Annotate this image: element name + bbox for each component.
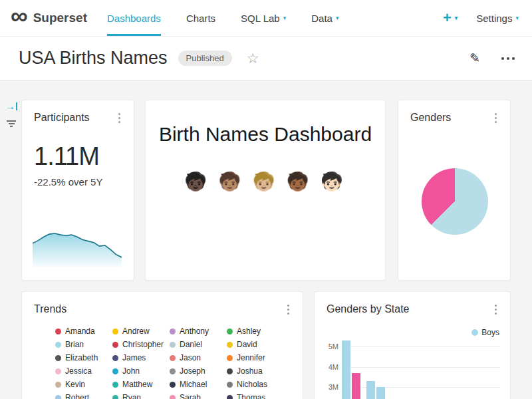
legend-item[interactable]: David [227,340,284,348]
brand-name: Superset [33,11,87,25]
bar[interactable] [342,340,350,399]
legend-item[interactable]: John [112,367,170,375]
edit-pencil-icon[interactable]: ✎ [469,51,480,66]
legend-dot [227,382,233,388]
legend-dot [227,368,233,374]
legend-item[interactable]: Anthony [170,327,227,335]
legend-item[interactable]: Joshua [227,367,284,375]
legend-label: Joshua [237,366,263,376]
legend-dot [55,395,61,399]
legend-item[interactable]: Christopher [112,340,170,348]
kebab-menu-icon[interactable] [495,117,497,119]
legend-item[interactable]: Daniel [170,340,227,348]
legend-dot [112,395,118,399]
legend-label: Michael [180,380,207,389]
nav-sql-lab-label: SQL Lab [241,13,280,24]
legend-dot [227,395,233,399]
legend-item[interactable]: Kevin [55,380,112,388]
filter-icon[interactable] [6,120,17,128]
new-button[interactable]: + ▾ [443,9,458,27]
legend-label: Anthony [180,327,209,336]
kebab-menu-icon[interactable] [118,117,120,119]
infinity-logo-icon: ∞ [11,4,28,28]
legend-label: Jennifer [237,353,265,362]
gbs-chart: 5M4M3M [315,292,510,399]
legend-item[interactable]: Andrew [112,327,170,335]
published-badge[interactable]: Published [178,51,232,66]
legend-label: John [122,366,140,376]
legend-dot [112,342,118,348]
legend-label: Kevin [65,380,85,389]
legend-item[interactable]: Elizabeth [55,354,112,362]
legend-label: David [237,340,257,349]
header-actions: ✎ [469,51,516,66]
legend-label: Andrew [122,327,150,336]
legend-label: Brian [65,340,84,349]
legend-dot [227,329,233,334]
y-tick-label: 4M [315,363,338,371]
legend-item[interactable]: Jessica [55,367,112,375]
legend-label: Robert [65,393,89,399]
chevron-down-icon: ▾ [283,15,287,21]
legend-item[interactable]: Jason [170,354,227,362]
bar[interactable] [352,373,360,399]
card-title: Participants [34,112,90,124]
legend-item[interactable]: Jennifer [227,354,284,362]
y-tick-label: 5M [315,342,338,350]
favorite-star-icon[interactable]: ☆ [247,51,259,66]
legend-item[interactable]: James [112,354,170,362]
legend-dot [170,329,176,334]
legend-item[interactable]: Michael [170,380,227,388]
legend-item[interactable]: Matthew [112,380,170,388]
legend-label: Jason [180,353,201,362]
legend-dot [112,368,118,374]
genders-pie[interactable] [422,168,488,235]
main-nav: Dashboards Charts SQL Lab ▾ Data ▾ [107,0,338,36]
legend-item[interactable]: Brian [55,340,112,348]
legend-label: James [122,353,146,362]
card-title: Trends [34,303,66,315]
big-number-value: 1.11M [34,142,134,171]
nav-dashboards[interactable]: Dashboards [107,0,161,36]
legend-dot [55,329,61,334]
chevron-down-icon: ▾ [336,15,339,21]
plus-icon: + [443,9,452,27]
legend-label: Joseph [180,366,205,376]
more-actions-icon[interactable] [507,57,509,60]
legend-item[interactable]: Ryan [112,394,170,399]
expand-filter-bar-icon[interactable]: → [5,100,17,112]
legend-label: Nicholas [237,380,267,389]
dashboard-canvas: → Participants 1.11M -22.5% over 5Y Birt… [0,80,532,399]
nav-charts[interactable]: Charts [186,0,215,36]
legend-item[interactable]: Joseph [170,367,227,375]
superset-logo[interactable]: ∞ Superset [11,0,87,36]
legend-dot [55,368,61,374]
bar[interactable] [366,381,375,399]
settings-label: Settings [476,13,512,24]
legend-item[interactable]: Amanda [55,327,112,335]
legend-label: Amanda [65,327,95,336]
legend-item[interactable]: Thomas [227,394,284,399]
card-trends: Trends AmandaAndrewAnthonyAshleyBrianChr… [21,291,303,399]
legend-label: Ashley [237,327,261,336]
settings-menu[interactable]: Settings ▾ [476,13,519,24]
kebab-menu-icon[interactable] [287,309,289,311]
chevron-down-icon: ▾ [515,15,519,21]
legend-label: Daniel [180,340,202,349]
legend-dot [170,395,176,399]
legend-dot [170,342,176,348]
card-markdown: Birth Names Dashboard 🧒🏿 🧒🏽 🧒🏼 🧒🏾 🧒🏻 [145,100,386,281]
bar[interactable] [376,387,385,399]
nav-data[interactable]: Data ▾ [311,0,338,36]
nav-charts-label: Charts [186,13,215,24]
kids-emoji-row: 🧒🏿 🧒🏽 🧒🏼 🧒🏾 🧒🏻 [146,171,385,192]
card-genders-by-state: Genders by State Boys 5M4M3M [314,291,511,399]
legend-item[interactable]: Robert [55,394,112,399]
legend-item[interactable]: Ashley [227,327,284,335]
legend-label: Sarah [180,393,201,399]
big-number-delta: -22.5% over 5Y [34,176,134,188]
nav-data-label: Data [311,13,332,24]
legend-item[interactable]: Nicholas [227,380,284,388]
nav-sql-lab[interactable]: SQL Lab ▾ [241,0,286,36]
legend-item[interactable]: Sarah [170,394,227,399]
